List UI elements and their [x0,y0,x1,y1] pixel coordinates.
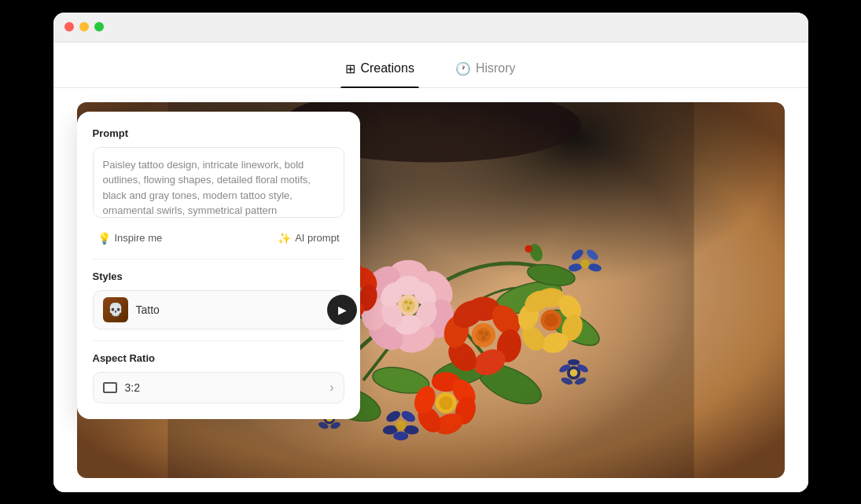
generate-arrow-icon: ▶ [338,304,347,316]
prompt-actions: 💡 Inspire me ✨ AI prompt [93,229,344,248]
ai-prompt-label: AI prompt [295,232,339,244]
traffic-light-fullscreen[interactable] [94,22,104,31]
browser-window: ⊞ Creations 🕐 Hisrory [53,13,808,492]
tab-bar: ⊞ Creations 🕐 Hisrory [53,42,808,88]
aspect-ratio-label: Aspect Ratio [93,352,344,364]
aspect-ratio-selector[interactable]: 3:2 › [93,372,344,403]
tab-history[interactable]: 🕐 Hisrory [451,53,521,87]
style-selector[interactable]: 💀 Tatto › [93,290,344,329]
main-area: Prompt Paisley tattoo design, intricate … [53,88,808,492]
ai-prompt-button[interactable]: ✨ AI prompt [273,229,344,248]
aspect-chevron-icon: › [329,381,333,395]
aspect-ratio-value: 3:2 [125,381,330,394]
aspect-ratio-icon [103,382,117,393]
prompt-textarea[interactable]: Paisley tattoo design, intricate linewor… [93,147,344,218]
traffic-light-minimize[interactable] [79,22,89,31]
tab-creations[interactable]: ⊞ Creations [340,53,418,87]
tab-history-label: Hisrory [476,61,516,75]
style-name: Tatto [136,304,330,316]
prompt-label: Prompt [93,127,344,139]
ai-icon: ✨ [278,232,291,245]
tab-creations-label: Creations [360,61,414,75]
traffic-light-close[interactable] [64,22,74,31]
divider-1 [93,259,344,259]
history-icon: 🕐 [455,61,471,76]
style-thumbnail: 💀 [103,297,128,322]
prompt-panel: Prompt Paisley tattoo design, intricate … [77,112,360,419]
inspire-label: Inspire me [115,232,163,244]
generate-button[interactable]: ▶ [327,295,357,325]
title-bar [53,13,808,42]
styles-section-label: Styles [93,270,344,282]
divider-2 [93,340,344,341]
app-content: ⊞ Creations 🕐 Hisrory [53,42,808,492]
inspire-icon: 💡 [98,232,111,245]
creations-icon: ⊞ [345,61,355,76]
inspire-me-button[interactable]: 💡 Inspire me [93,229,167,248]
